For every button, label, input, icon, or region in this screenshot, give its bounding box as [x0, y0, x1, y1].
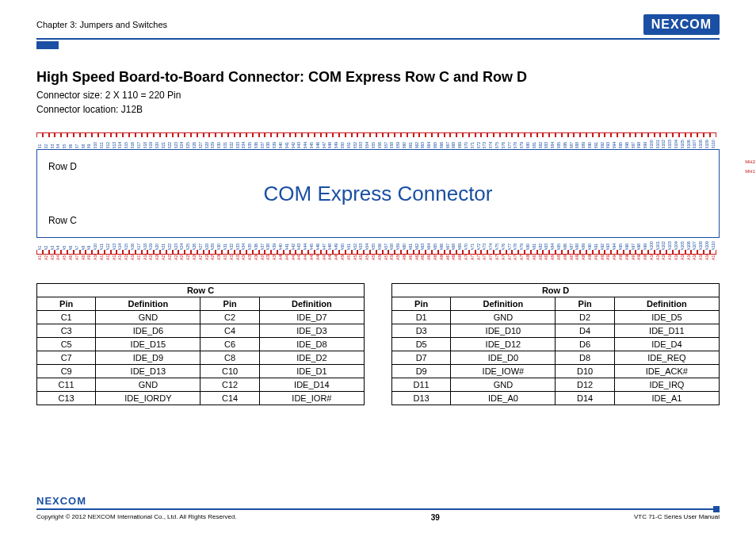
b-label: B61	[408, 143, 413, 148]
a-label: A75	[494, 255, 499, 260]
b-label: B62	[414, 143, 419, 148]
a-label: A2	[44, 255, 48, 260]
definition-cell: IDE_IRQ	[614, 378, 719, 391]
pin-top	[531, 132, 537, 137]
b-label: B10	[93, 143, 97, 148]
definition-cell: IDE_ACK#	[614, 364, 719, 378]
definition-cell: IDE_D8	[259, 337, 364, 351]
b-label: B93	[605, 143, 610, 148]
pin-top	[407, 132, 414, 137]
pin-top	[308, 132, 315, 137]
pin-top	[246, 132, 253, 137]
pin-top	[697, 132, 704, 137]
pin-top	[383, 132, 389, 137]
a-label: A101	[655, 255, 660, 260]
a-inner-label: A40	[278, 244, 283, 250]
a-inner-label: A9	[86, 244, 91, 250]
a-label: A50	[340, 255, 345, 260]
table-row: D7IDE_D0D8IDE_REQ	[392, 351, 720, 364]
a-inner-label: A71	[470, 244, 475, 250]
pin-top	[475, 132, 482, 137]
a-inner-label: A15	[124, 244, 128, 250]
b-label: B106	[686, 143, 691, 148]
connector-location: Connector location: J12B	[36, 104, 720, 115]
pin-top	[481, 132, 487, 137]
a-inner-label: A107	[692, 244, 697, 250]
pin-top	[259, 132, 265, 137]
a-label: A81	[532, 255, 536, 260]
b-label: B85	[556, 143, 561, 148]
a-label: A78	[513, 255, 517, 260]
label-row-b: B1B2B3B4B5B6B7B8B9B10B11B12B13B14B15B16B…	[36, 137, 720, 148]
header-rule	[36, 38, 720, 40]
a-inner-label: A25	[185, 244, 190, 250]
b-label: B43	[296, 143, 301, 148]
b-label: B67	[445, 143, 449, 148]
a-label: A34	[241, 255, 246, 260]
pin-cell: D9	[392, 364, 451, 378]
a-label: A8	[80, 255, 85, 260]
pin-top	[333, 132, 339, 137]
a-label: A37	[260, 255, 265, 260]
a-label: A85	[556, 255, 561, 260]
b-label: B84	[550, 143, 555, 148]
a-label: A74	[488, 255, 493, 260]
pin-top	[296, 132, 302, 137]
a-inner-label: A87	[568, 244, 573, 250]
pin-top	[302, 132, 308, 137]
pin-top	[240, 132, 246, 137]
a-inner-label: A90	[587, 244, 592, 250]
a-label: A72	[475, 255, 480, 260]
b-label: B29	[210, 143, 215, 148]
pin-cell: D5	[392, 337, 451, 351]
a-label: A67	[445, 255, 449, 260]
pin-top	[364, 132, 370, 137]
a-inner-label: A103	[667, 244, 672, 250]
pin-top	[339, 132, 346, 137]
manual-name: VTC 71-C Series User Manual	[634, 513, 720, 522]
a-label: A77	[506, 255, 511, 260]
pin-cell: D2	[556, 310, 614, 324]
a-inner-label: A73	[482, 244, 487, 250]
b-label: B46	[315, 143, 320, 148]
definition-cell: IDE_D5	[614, 310, 719, 324]
b-label: B110	[711, 143, 716, 148]
a-inner-label: A37	[260, 244, 265, 250]
row-c-label: Row C	[48, 215, 77, 226]
a-inner-label: A36	[254, 244, 258, 250]
pin-cell: C7	[37, 351, 96, 364]
a-inner-label: A52	[353, 244, 357, 250]
pin-cell: D10	[556, 364, 614, 378]
b-label: B97	[630, 143, 635, 148]
b-label: B94	[612, 143, 617, 148]
pin-top	[191, 132, 197, 137]
b-label: B28	[204, 143, 208, 148]
definition-cell: GND	[451, 310, 556, 324]
b-label: B34	[241, 143, 246, 148]
pin-top	[49, 132, 55, 137]
a-inner-label: A74	[488, 244, 493, 250]
pin-cell: D8	[556, 351, 614, 364]
b-label: B45	[309, 143, 314, 148]
mh1-label: MH1	[745, 169, 756, 174]
b-label: B37	[260, 143, 265, 148]
pin-cell: D13	[392, 391, 451, 405]
b-label: B88	[575, 143, 579, 148]
a-label: A18	[142, 255, 147, 260]
definition-cell: IDE_D13	[96, 364, 200, 378]
pin-top	[704, 132, 710, 137]
pin-top	[160, 132, 166, 137]
a-label: A94	[612, 255, 617, 260]
a-label: A40	[278, 255, 283, 260]
pin-cell: C1	[37, 310, 96, 324]
a-label: A105	[680, 255, 685, 260]
b-label: B25	[185, 143, 190, 148]
b-label: B108	[698, 143, 703, 148]
pin-row-top	[36, 132, 720, 137]
a-inner-label: A45	[309, 244, 314, 250]
a-label: A13	[111, 255, 116, 260]
a-label: A15	[124, 255, 128, 260]
pin-top	[605, 132, 611, 137]
pin-top	[166, 132, 173, 137]
a-label: A65	[433, 255, 437, 260]
